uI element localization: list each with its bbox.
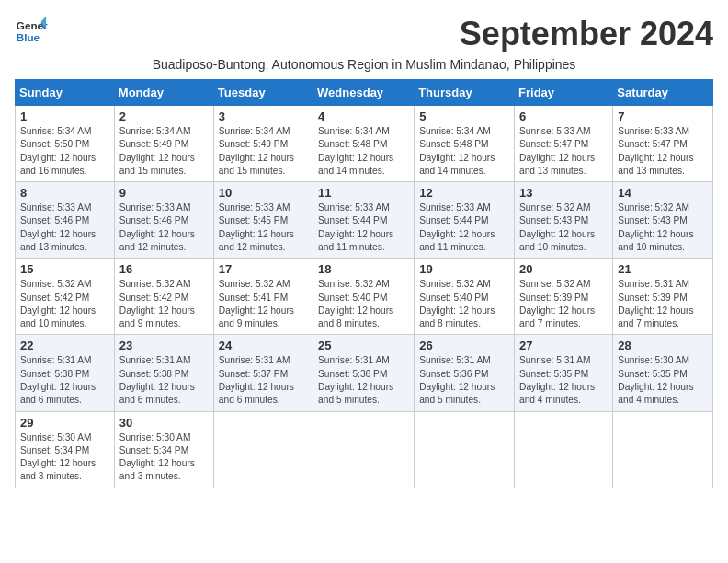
day-number: 10 [219,186,308,200]
day-number: 15 [20,262,109,276]
day-info: Sunrise: 5:31 AM Sunset: 5:35 PM Dayligh… [519,354,608,407]
calendar-cell: 29Sunrise: 5:30 AM Sunset: 5:34 PM Dayli… [16,411,115,488]
calendar-cell: 13Sunrise: 5:32 AM Sunset: 5:43 PM Dayli… [515,182,613,259]
calendar-cell: 10Sunrise: 5:33 AM Sunset: 5:45 PM Dayli… [213,182,313,259]
calendar-cell: 8Sunrise: 5:33 AM Sunset: 5:46 PM Daylig… [16,182,115,259]
day-number: 22 [20,339,109,352]
calendar-cell: 27Sunrise: 5:31 AM Sunset: 5:35 PM Dayli… [515,335,613,411]
day-number: 29 [20,416,109,430]
day-info: Sunrise: 5:33 AM Sunset: 5:47 PM Dayligh… [618,125,708,178]
day-info: Sunrise: 5:30 AM Sunset: 5:34 PM Dayligh… [119,431,209,484]
week-row-5: 29Sunrise: 5:30 AM Sunset: 5:34 PM Dayli… [16,411,713,488]
day-number: 2 [119,109,209,123]
week-row-4: 22Sunrise: 5:31 AM Sunset: 5:38 PM Dayli… [16,335,713,411]
calendar-cell: 20Sunrise: 5:32 AM Sunset: 5:39 PM Dayli… [515,259,613,335]
day-number: 14 [618,186,708,200]
day-number: 23 [119,339,209,352]
calendar-cell: 26Sunrise: 5:31 AM Sunset: 5:36 PM Dayli… [415,335,515,411]
subtitle: Buadiposo-Buntong, Autonomous Region in … [15,57,713,72]
weekday-header-thursday: Thursday [415,80,515,106]
calendar-cell: 14Sunrise: 5:32 AM Sunset: 5:43 PM Dayli… [613,182,713,259]
calendar-cell: 23Sunrise: 5:31 AM Sunset: 5:38 PM Dayli… [114,335,213,411]
calendar-cell: 21Sunrise: 5:31 AM Sunset: 5:39 PM Dayli… [613,259,713,335]
weekday-header-friday: Friday [515,80,613,106]
calendar-cell: 24Sunrise: 5:31 AM Sunset: 5:37 PM Dayli… [213,335,313,411]
weekday-header-sunday: Sunday [16,80,115,106]
logo-icon: General Blue [15,15,48,48]
day-info: Sunrise: 5:31 AM Sunset: 5:37 PM Dayligh… [219,354,308,407]
calendar-cell: 16Sunrise: 5:32 AM Sunset: 5:42 PM Dayli… [114,259,213,335]
calendar-cell: 4Sunrise: 5:34 AM Sunset: 5:48 PM Daylig… [313,106,415,182]
day-number: 6 [519,109,608,123]
day-number: 20 [519,262,608,276]
header-section: General Blue September 2024 [15,15,713,53]
week-row-3: 15Sunrise: 5:32 AM Sunset: 5:42 PM Dayli… [16,259,713,335]
calendar-cell: 17Sunrise: 5:32 AM Sunset: 5:41 PM Dayli… [213,259,313,335]
calendar-cell: 28Sunrise: 5:30 AM Sunset: 5:35 PM Dayli… [613,335,713,411]
day-info: Sunrise: 5:34 AM Sunset: 5:49 PM Dayligh… [219,125,308,178]
day-info: Sunrise: 5:30 AM Sunset: 5:35 PM Dayligh… [618,354,708,407]
week-row-1: 1Sunrise: 5:34 AM Sunset: 5:50 PM Daylig… [16,106,713,182]
day-number: 19 [419,262,509,276]
weekday-header-wednesday: Wednesday [313,80,415,106]
calendar-cell [515,411,613,488]
calendar-cell: 12Sunrise: 5:33 AM Sunset: 5:44 PM Dayli… [415,182,515,259]
day-number: 24 [219,339,308,352]
day-info: Sunrise: 5:31 AM Sunset: 5:38 PM Dayligh… [119,354,209,407]
calendar-cell: 6Sunrise: 5:33 AM Sunset: 5:47 PM Daylig… [515,106,613,182]
day-number: 28 [618,339,708,352]
day-info: Sunrise: 5:32 AM Sunset: 5:43 PM Dayligh… [618,201,708,254]
day-info: Sunrise: 5:30 AM Sunset: 5:34 PM Dayligh… [20,431,109,484]
calendar-body: 1Sunrise: 5:34 AM Sunset: 5:50 PM Daylig… [16,106,713,488]
calendar-cell: 11Sunrise: 5:33 AM Sunset: 5:44 PM Dayli… [313,182,415,259]
day-number: 13 [519,186,608,200]
day-number: 1 [20,109,109,123]
calendar-cell: 22Sunrise: 5:31 AM Sunset: 5:38 PM Dayli… [16,335,115,411]
weekday-header-monday: Monday [114,80,213,106]
month-title: September 2024 [460,15,713,53]
day-info: Sunrise: 5:31 AM Sunset: 5:36 PM Dayligh… [419,354,509,407]
week-row-2: 8Sunrise: 5:33 AM Sunset: 5:46 PM Daylig… [16,182,713,259]
calendar-cell: 25Sunrise: 5:31 AM Sunset: 5:36 PM Dayli… [313,335,415,411]
day-info: Sunrise: 5:33 AM Sunset: 5:46 PM Dayligh… [20,201,109,254]
day-number: 21 [618,262,708,276]
day-info: Sunrise: 5:34 AM Sunset: 5:48 PM Dayligh… [318,125,409,178]
calendar-cell [415,411,515,488]
day-number: 7 [618,109,708,123]
svg-text:Blue: Blue [17,31,40,43]
calendar-cell: 30Sunrise: 5:30 AM Sunset: 5:34 PM Dayli… [114,411,213,488]
day-info: Sunrise: 5:33 AM Sunset: 5:45 PM Dayligh… [219,201,308,254]
calendar-cell: 7Sunrise: 5:33 AM Sunset: 5:47 PM Daylig… [613,106,713,182]
weekday-header-row: SundayMondayTuesdayWednesdayThursdayFrid… [16,80,713,106]
day-info: Sunrise: 5:31 AM Sunset: 5:39 PM Dayligh… [618,278,708,330]
day-number: 5 [419,109,509,123]
day-number: 12 [419,186,509,200]
day-number: 25 [318,339,409,352]
day-number: 8 [20,186,109,200]
day-number: 18 [318,262,409,276]
weekday-header-tuesday: Tuesday [213,80,313,106]
day-info: Sunrise: 5:31 AM Sunset: 5:38 PM Dayligh… [20,354,109,407]
day-number: 27 [519,339,608,352]
day-number: 26 [419,339,509,352]
calendar-cell: 2Sunrise: 5:34 AM Sunset: 5:49 PM Daylig… [114,106,213,182]
day-info: Sunrise: 5:32 AM Sunset: 5:40 PM Dayligh… [318,278,409,330]
calendar-cell: 9Sunrise: 5:33 AM Sunset: 5:46 PM Daylig… [114,182,213,259]
day-number: 16 [119,262,209,276]
calendar-cell: 19Sunrise: 5:32 AM Sunset: 5:40 PM Dayli… [415,259,515,335]
day-number: 17 [219,262,308,276]
day-info: Sunrise: 5:33 AM Sunset: 5:44 PM Dayligh… [419,201,509,254]
day-info: Sunrise: 5:34 AM Sunset: 5:49 PM Dayligh… [119,125,209,178]
calendar-cell: 3Sunrise: 5:34 AM Sunset: 5:49 PM Daylig… [213,106,313,182]
day-info: Sunrise: 5:31 AM Sunset: 5:36 PM Dayligh… [318,354,409,407]
day-info: Sunrise: 5:32 AM Sunset: 5:39 PM Dayligh… [519,278,608,330]
day-info: Sunrise: 5:32 AM Sunset: 5:43 PM Dayligh… [519,201,608,254]
calendar-cell: 18Sunrise: 5:32 AM Sunset: 5:40 PM Dayli… [313,259,415,335]
day-number: 4 [318,109,409,123]
calendar-cell [613,411,713,488]
day-number: 9 [119,186,209,200]
day-number: 11 [318,186,409,200]
day-info: Sunrise: 5:33 AM Sunset: 5:46 PM Dayligh… [119,201,209,254]
weekday-header-saturday: Saturday [613,80,713,106]
calendar-cell [213,411,313,488]
